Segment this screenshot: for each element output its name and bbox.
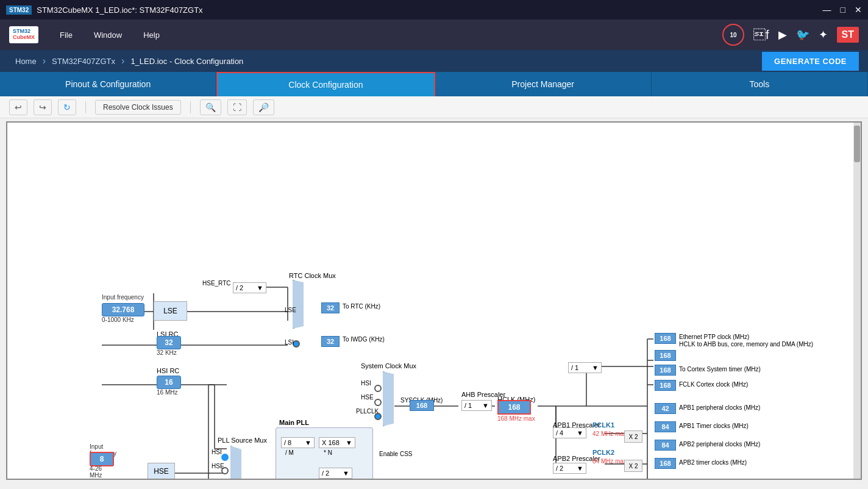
- fclk-label: FCLK Cortex clock (MHz): [679, 381, 748, 388]
- to-iwdg-value: 32: [321, 336, 340, 347]
- fclk-value: 168: [655, 380, 676, 391]
- breadcrumb-file[interactable]: 1_LED.ioc - Clock Configuration: [124, 57, 249, 66]
- hclk-ahb-label: HCLK to AHB bus, core, memory and DMA (M…: [679, 341, 813, 348]
- menubar: STM32CubeMX File Window Help 10 f ▶ 🐦 ✦…: [0, 20, 868, 50]
- generate-code-button[interactable]: GENERATE CODE: [762, 52, 859, 71]
- apb2-prescaler-dropdown[interactable]: / 2 ▼: [553, 463, 586, 474]
- zoom-out-button[interactable]: 🔎: [253, 99, 274, 115]
- menu-window[interactable]: Window: [85, 26, 131, 45]
- fit-button[interactable]: ⛶: [227, 99, 247, 115]
- breadcrumb-chip[interactable]: STM32F407ZGTx: [46, 57, 121, 66]
- pll-m-dropdown[interactable]: / 8 ▼: [281, 437, 315, 448]
- eth-ptp-label: Ethernet PTP clock (MHz): [679, 334, 749, 340]
- radio-hsi-sys[interactable]: [374, 385, 382, 392]
- apb1-x2: X 2: [624, 430, 642, 443]
- facebook-icon[interactable]: f: [753, 28, 769, 42]
- radio-hsi-pll[interactable]: [221, 454, 229, 461]
- hsi-pll-label: HSI: [212, 449, 222, 455]
- cortex-sys-value: 168: [655, 365, 676, 376]
- lsi-value-area: 32 32 KHz: [157, 336, 181, 349]
- sys-mux-label: System Clock Mux: [361, 362, 416, 369]
- apb2-x2: X 2: [624, 460, 642, 472]
- hse-rtc-label: HSE_RTC: [202, 280, 231, 287]
- minimize-button[interactable]: —: [823, 5, 831, 15]
- cortex-div-dropdown[interactable]: / 1 ▼: [568, 362, 602, 373]
- pll-n-dropdown[interactable]: X 168 ▼: [319, 437, 355, 448]
- hse-pll-label: HSE: [212, 463, 224, 469]
- lsi-rtc-label: LSI: [285, 339, 294, 346]
- st-brand: ST: [837, 27, 859, 43]
- breadcrumb-home[interactable]: Home: [9, 57, 43, 66]
- apb2-timer-label: APB2 timer clocks (MHz): [679, 459, 747, 466]
- close-button[interactable]: ✕: [855, 5, 862, 15]
- hsi-sys-label: HSI: [361, 380, 371, 387]
- title-area: STM32 STM32CubeMX 1_LED.ioc*: STM32F407Z…: [6, 5, 203, 15]
- pll-n-label: * N: [324, 449, 332, 456]
- enable-css-label: Enable CSS: [379, 451, 412, 457]
- apb1-timer-label: APB1 Timer clocks (MHz): [679, 423, 749, 429]
- hsi-value[interactable]: 16: [157, 376, 181, 389]
- hsi-value-area: 16 16 MHz: [157, 376, 181, 389]
- to-rtc-value: 32: [321, 302, 340, 313]
- lsi-value[interactable]: 32: [157, 336, 181, 349]
- apb1-42-value: 42: [655, 403, 676, 414]
- youtube-icon[interactable]: ▶: [778, 28, 787, 41]
- zoom-in-button[interactable]: 🔍: [200, 99, 221, 115]
- tab-clock[interactable]: Clock Configuration: [216, 72, 435, 96]
- vertical-scrollbar[interactable]: [853, 123, 861, 479]
- menu-file[interactable]: File: [51, 26, 82, 45]
- sysclk-value: 168: [410, 400, 434, 411]
- lse-block[interactable]: LSE: [154, 301, 187, 321]
- rtc-mux-label: RTC Clock Mux: [289, 272, 336, 279]
- radio-pllclk-sys[interactable]: [374, 413, 382, 420]
- toolbar-sep-1: [85, 101, 86, 113]
- toolbar-sep-2: [190, 101, 191, 113]
- clock-diagram-area: Input frequency 32.768 0-1000 KHz LSE LS…: [6, 121, 862, 480]
- twitter-icon[interactable]: 🐦: [796, 28, 809, 41]
- main-pll-area: Main PLL / 8 ▼ / M X 168 ▼ * N / 2 ▼ / P: [276, 427, 373, 479]
- hse-div2-dropdown[interactable]: / 2 ▼: [233, 282, 266, 293]
- redo-button[interactable]: ↪: [34, 99, 52, 115]
- input-freq-2-range: 4-26 MHz: [90, 465, 114, 479]
- apb2-84-value: 84: [655, 440, 676, 451]
- input-freq-1-area: Input frequency 32.768 0-1000 KHz: [102, 303, 144, 316]
- tab-project[interactable]: Project Manager: [435, 72, 652, 96]
- undo-button[interactable]: ↩: [9, 99, 27, 115]
- pll-m-label: / M: [285, 449, 294, 456]
- brand-icons: 10 f ▶ 🐦 ✦ ST: [722, 24, 859, 46]
- logo: STM32CubeMX: [9, 26, 38, 43]
- ahb-prescaler-dropdown[interactable]: / 1 ▼: [461, 400, 492, 411]
- input-freq-1-value[interactable]: 32.768: [102, 303, 144, 316]
- toolbar: ↩ ↪ ↻ Resolve Clock Issues 🔍 ⛶ 🔎: [0, 96, 868, 118]
- window-title: STM32CubeMX 1_LED.ioc*: STM32F407ZGTx: [37, 5, 202, 15]
- tab-tools[interactable]: Tools: [652, 72, 868, 96]
- menu-items: File Window Help: [51, 26, 722, 45]
- pll-source-mux-label: PLL Source Mux: [218, 437, 267, 444]
- input-freq-2-value[interactable]: 8: [90, 452, 114, 466]
- radio-hse-sys[interactable]: [374, 399, 382, 406]
- hsi-rc-label: HSI RC: [157, 366, 179, 375]
- input-freq-2-area: Input frequency 8 4-26 MHz: [90, 452, 114, 466]
- resolve-clock-button[interactable]: Resolve Clock Issues: [95, 100, 181, 115]
- tab-pinout[interactable]: Pinout & Configuration: [0, 72, 216, 96]
- apb1-timer-value: 84: [655, 421, 676, 432]
- tabbar: Pinout & Configuration Clock Configurati…: [0, 72, 868, 96]
- hclk-max: 168 MHz max: [497, 415, 535, 422]
- pll-p-dropdown[interactable]: / 2 ▼: [319, 468, 352, 479]
- pclk2-label: PCLK2: [592, 449, 614, 456]
- scrollbar-thumb[interactable]: [854, 126, 860, 162]
- reload-button[interactable]: ↻: [58, 99, 76, 115]
- hclk-value: 168: [497, 400, 531, 415]
- hse-block[interactable]: HSE: [148, 463, 175, 479]
- apb1-prescaler-dropdown[interactable]: / 4 ▼: [553, 427, 586, 438]
- hse-sys-label: HSE: [361, 394, 374, 401]
- clock-diagram: Input frequency 32.768 0-1000 KHz LSE LS…: [7, 123, 861, 479]
- eth-ptp-value: 168: [655, 333, 676, 344]
- lse-rtc-label: LSE: [285, 307, 296, 313]
- menu-help[interactable]: Help: [134, 26, 169, 45]
- network-icon[interactable]: ✦: [819, 28, 828, 41]
- app-icon: STM32: [6, 5, 32, 15]
- maximize-button[interactable]: □: [841, 5, 845, 15]
- apb1-42-label: APB1 peripheral clocks (MHz): [679, 404, 760, 411]
- anniversary-icon: 10: [722, 24, 744, 46]
